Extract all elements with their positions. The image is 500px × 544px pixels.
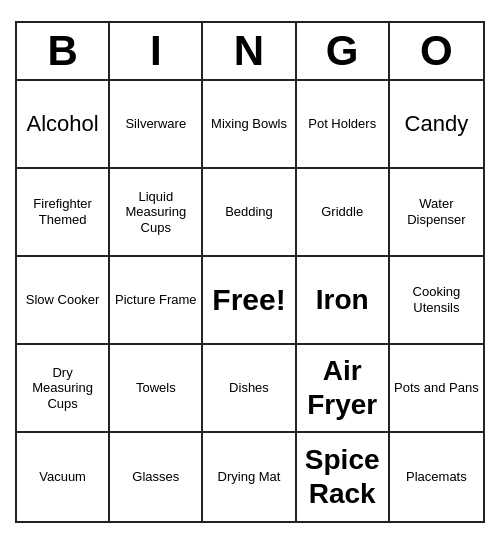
- bingo-cell-14: Cooking Utensils: [390, 257, 483, 345]
- bingo-cell-24: Placemats: [390, 433, 483, 521]
- bingo-cell-0: Alcohol: [17, 81, 110, 169]
- bingo-cell-12: Free!: [203, 257, 296, 345]
- bingo-cell-18: Air Fryer: [297, 345, 390, 433]
- bingo-cell-16: Towels: [110, 345, 203, 433]
- bingo-cell-15: Dry Measuring Cups: [17, 345, 110, 433]
- header-letter-b: B: [17, 23, 110, 79]
- bingo-cell-17: Dishes: [203, 345, 296, 433]
- bingo-cell-2: Mixing Bowls: [203, 81, 296, 169]
- bingo-cell-5: Firefighter Themed: [17, 169, 110, 257]
- bingo-cell-22: Drying Mat: [203, 433, 296, 521]
- bingo-cell-4: Candy: [390, 81, 483, 169]
- bingo-cell-11: Picture Frame: [110, 257, 203, 345]
- bingo-cell-10: Slow Cooker: [17, 257, 110, 345]
- bingo-cell-21: Glasses: [110, 433, 203, 521]
- bingo-grid: AlcoholSilverwareMixing BowlsPot Holders…: [17, 81, 483, 521]
- bingo-cell-13: Iron: [297, 257, 390, 345]
- bingo-cell-1: Silverware: [110, 81, 203, 169]
- bingo-header: BINGO: [17, 23, 483, 81]
- bingo-cell-7: Bedding: [203, 169, 296, 257]
- bingo-cell-8: Griddle: [297, 169, 390, 257]
- bingo-cell-3: Pot Holders: [297, 81, 390, 169]
- header-letter-i: I: [110, 23, 203, 79]
- bingo-cell-23: Spice Rack: [297, 433, 390, 521]
- header-letter-g: G: [297, 23, 390, 79]
- bingo-cell-6: Liquid Measuring Cups: [110, 169, 203, 257]
- header-letter-o: O: [390, 23, 483, 79]
- bingo-cell-20: Vacuum: [17, 433, 110, 521]
- bingo-cell-19: Pots and Pans: [390, 345, 483, 433]
- bingo-card: BINGO AlcoholSilverwareMixing BowlsPot H…: [15, 21, 485, 523]
- header-letter-n: N: [203, 23, 296, 79]
- bingo-cell-9: Water Dispenser: [390, 169, 483, 257]
